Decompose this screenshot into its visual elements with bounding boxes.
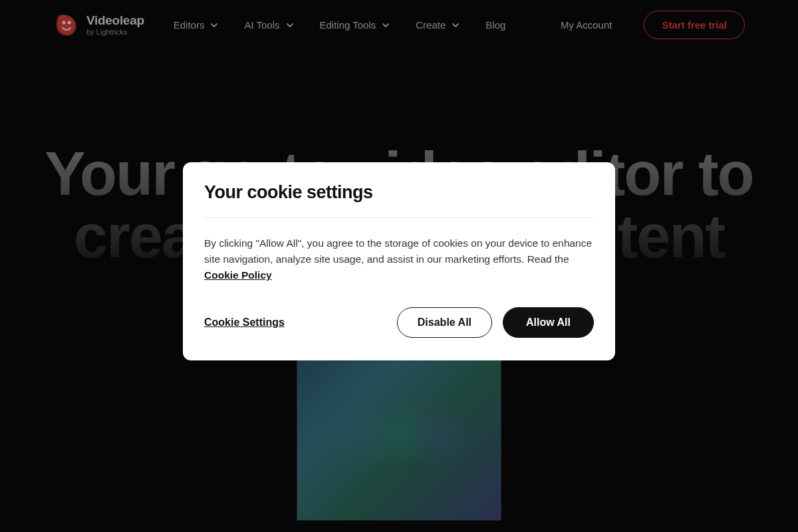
cookie-policy-link[interactable]: Cookie Policy <box>204 269 272 281</box>
modal-body: By clicking "Allow All", you agree to th… <box>204 235 594 283</box>
cookie-consent-modal: Your cookie settings By clicking "Allow … <box>183 162 615 360</box>
modal-actions: Cookie Settings Disable All Allow All <box>204 307 594 338</box>
modal-overlay: Your cookie settings By clicking "Allow … <box>0 0 798 532</box>
modal-body-text: By clicking "Allow All", you agree to th… <box>204 237 592 265</box>
disable-all-button[interactable]: Disable All <box>397 307 492 338</box>
cookie-settings-link[interactable]: Cookie Settings <box>204 317 285 329</box>
allow-all-button[interactable]: Allow All <box>503 307 594 338</box>
modal-title: Your cookie settings <box>204 182 594 218</box>
